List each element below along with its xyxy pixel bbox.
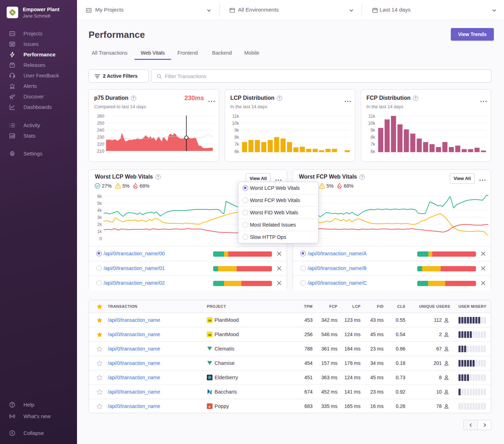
svg-text:240: 240 <box>97 128 104 133</box>
svg-text:230: 230 <box>97 135 104 140</box>
svg-text:3k: 3k <box>97 215 102 220</box>
svg-text:9k: 9k <box>371 128 376 133</box>
svg-text:7k: 7k <box>234 142 239 147</box>
svg-text:7k: 7k <box>371 142 376 147</box>
svg-text:JS: JS <box>208 333 211 337</box>
svg-text:JS: JS <box>208 319 211 322</box>
svg-text:5k: 5k <box>97 201 102 206</box>
svg-text:1k: 1k <box>97 229 102 234</box>
svg-text:9k: 9k <box>234 128 239 133</box>
svg-text:8k: 8k <box>371 135 376 140</box>
svg-text:8k: 8k <box>234 135 239 140</box>
svg-text:e: e <box>209 404 211 409</box>
svg-text:6k: 6k <box>97 194 102 199</box>
svg-text:260: 260 <box>97 114 104 119</box>
svg-text:2k: 2k <box>97 222 102 227</box>
svg-text:6k: 6k <box>234 149 239 154</box>
svg-text:11k: 11k <box>369 114 376 119</box>
svg-text:0: 0 <box>99 236 102 241</box>
svg-text:10k: 10k <box>232 121 239 126</box>
svg-text:250: 250 <box>97 121 104 126</box>
svg-text:210: 210 <box>97 149 104 154</box>
svg-text:11k: 11k <box>232 114 239 119</box>
svg-text:220: 220 <box>97 142 104 147</box>
svg-text:4k: 4k <box>97 208 102 213</box>
svg-text:10k: 10k <box>368 121 376 126</box>
svg-text:6k: 6k <box>371 149 376 154</box>
